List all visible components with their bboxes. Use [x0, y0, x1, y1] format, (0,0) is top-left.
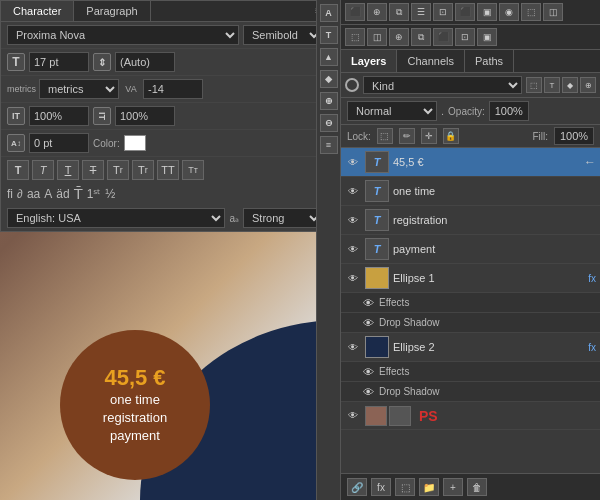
underline-btn[interactable]: T [57, 160, 79, 180]
layer-eye-price[interactable]: 👁 [345, 154, 361, 170]
filter-icon-4[interactable]: ⊕ [580, 77, 596, 93]
toolbar-icon-9[interactable]: ⬚ [521, 3, 541, 21]
layer-row-bottom[interactable]: 👁 PS [341, 402, 600, 430]
filter-icon-1[interactable]: ⬚ [526, 77, 542, 93]
tool-a[interactable]: A [320, 4, 338, 22]
lock-transparent-btn[interactable]: ⬚ [377, 128, 393, 144]
layer-row-ellipse1[interactable]: 👁 Ellipse 1 fx [341, 264, 600, 293]
tool-triangle[interactable]: ▲ [320, 48, 338, 66]
layer-row-payment[interactable]: 👁 T payment [341, 235, 600, 264]
layer-eye-ellipse1[interactable]: 👁 [345, 270, 361, 286]
superscript-btn[interactable]: Tr [107, 160, 129, 180]
leading-input[interactable] [115, 52, 175, 72]
second-toolbar-icon-6[interactable]: ⊡ [455, 28, 475, 46]
second-toolbar-icon-5[interactable]: ⬛ [433, 28, 453, 46]
italic-btn[interactable]: T [32, 160, 54, 180]
toolbar-icon-1[interactable]: ⬛ [345, 3, 365, 21]
symbols-row: fi ∂ aa A äd T̄ 1ˢᵗ ½ [1, 183, 329, 205]
add-mask-btn[interactable]: ⬚ [395, 478, 415, 496]
second-toolbar-icon-3[interactable]: ⊕ [389, 28, 409, 46]
filter-icon-3[interactable]: ◆ [562, 77, 578, 93]
layer-name-ellipse1: Ellipse 1 [393, 272, 582, 284]
dropshadow-row-ellipse1: 👁 Drop Shadow [341, 313, 600, 333]
layer-fx-ellipse1: fx [588, 273, 596, 284]
strikethrough-btn[interactable]: T [82, 160, 104, 180]
subscript-btn[interactable]: Tr [132, 160, 154, 180]
tab-paths[interactable]: Paths [465, 50, 514, 72]
bg-thumb-1 [365, 406, 387, 426]
link-layers-btn[interactable]: 🔗 [347, 478, 367, 496]
kerning-input[interactable] [143, 79, 203, 99]
delete-layer-btn[interactable]: 🗑 [467, 478, 487, 496]
kind-select[interactable]: Kind [363, 76, 522, 94]
layers-bottom-toolbar: 🔗 fx ⬚ 📁 + 🗑 [341, 473, 600, 500]
tool-diamond[interactable]: ◆ [320, 70, 338, 88]
tab-layers[interactable]: Layers [341, 50, 397, 72]
effects-eye-1[interactable]: 👁 [361, 297, 375, 309]
toolbar-icon-7[interactable]: ▣ [477, 3, 497, 21]
second-toolbar-icon-2[interactable]: ◫ [367, 28, 387, 46]
scale-v-input[interactable] [115, 106, 175, 126]
second-toolbar-icon-7[interactable]: ▣ [477, 28, 497, 46]
layers-search-row: Kind ⬚ T ◆ ⊕ [341, 73, 600, 98]
filter-icon-2[interactable]: T [544, 77, 560, 93]
opacity-input[interactable] [489, 101, 529, 121]
toolbar-icon-3[interactable]: ⧉ [389, 3, 409, 21]
tab-paragraph[interactable]: Paragraph [74, 1, 150, 21]
layer-eye-onetime[interactable]: 👁 [345, 183, 361, 199]
add-style-btn[interactable]: fx [371, 478, 391, 496]
baseline-input[interactable] [29, 133, 89, 153]
font-name-select[interactable]: Proxima Nova [7, 25, 239, 45]
layer-eye-payment[interactable]: 👁 [345, 241, 361, 257]
blend-mode-select[interactable]: Normal [347, 101, 437, 121]
allcaps-btn[interactable]: TT [157, 160, 179, 180]
layer-row-price[interactable]: 👁 T 45,5 € ← [341, 148, 600, 177]
canvas-area: 45,5 € one time registration payment Cha… [0, 0, 340, 500]
scale-v-icon: IT [93, 107, 111, 125]
second-toolbar-icon-4[interactable]: ⧉ [411, 28, 431, 46]
effects-eye-2[interactable]: 👁 [361, 366, 375, 378]
layer-row-registration[interactable]: 👁 T registration [341, 206, 600, 235]
toolbar-icon-5[interactable]: ⊡ [433, 3, 453, 21]
scale-h-input[interactable] [29, 106, 89, 126]
lock-position-btn[interactable]: ✛ [421, 128, 437, 144]
second-toolbar-icon-1[interactable]: ⬚ [345, 28, 365, 46]
tab-character[interactable]: Character [1, 1, 74, 21]
new-layer-btn[interactable]: + [443, 478, 463, 496]
layer-eye-ellipse2[interactable]: 👁 [345, 339, 361, 355]
dropshadow-eye-1[interactable]: 👁 [361, 317, 375, 329]
tool-t[interactable]: T [320, 26, 338, 44]
toolbar-icon-8[interactable]: ◉ [499, 3, 519, 21]
layer-row-onetime[interactable]: 👁 T one time [341, 177, 600, 206]
tool-plus[interactable]: ⊕ [320, 92, 338, 110]
lock-all-btn[interactable]: 🔒 [443, 128, 459, 144]
new-group-btn[interactable]: 📁 [419, 478, 439, 496]
tool-minus[interactable]: ⊖ [320, 114, 338, 132]
layer-name-ellipse2: Ellipse 2 [393, 341, 582, 353]
lock-pixels-btn[interactable]: ✏ [399, 128, 415, 144]
bold-btn[interactable]: T [7, 160, 29, 180]
bg-thumb-2 [389, 406, 411, 426]
lang-row: English: USA aₐ Strong [1, 205, 329, 231]
lang-select[interactable]: English: USA [7, 208, 225, 228]
font-size-input[interactable] [29, 52, 89, 72]
color-swatch[interactable] [124, 135, 146, 151]
fill-input[interactable] [554, 127, 594, 145]
toolbar-icon-6[interactable]: ⬛ [455, 3, 475, 21]
kerning-row: metrics metrics VA [1, 76, 329, 103]
toolbar-icon-10[interactable]: ◫ [543, 3, 563, 21]
layer-eye-bottom[interactable]: 👁 [345, 408, 361, 424]
font-style-select[interactable]: Semibold [243, 25, 323, 45]
color-label: Color: [93, 138, 120, 149]
tool-menu[interactable]: ≡ [320, 136, 338, 154]
layer-row-ellipse2[interactable]: 👁 Ellipse 2 fx [341, 333, 600, 362]
smallcaps-btn[interactable]: Tт [182, 160, 204, 180]
metrics-select[interactable]: metrics [39, 79, 119, 99]
dropshadow-eye-2[interactable]: 👁 [361, 386, 375, 398]
toolbar-icon-2[interactable]: ⊕ [367, 3, 387, 21]
tab-channels[interactable]: Channels [397, 50, 464, 72]
lock-row: Lock: ⬚ ✏ ✛ 🔒 Fill: [341, 125, 600, 148]
layer-eye-registration[interactable]: 👁 [345, 212, 361, 228]
aa-method-select[interactable]: Strong [243, 208, 323, 228]
toolbar-icon-4[interactable]: ☰ [411, 3, 431, 21]
